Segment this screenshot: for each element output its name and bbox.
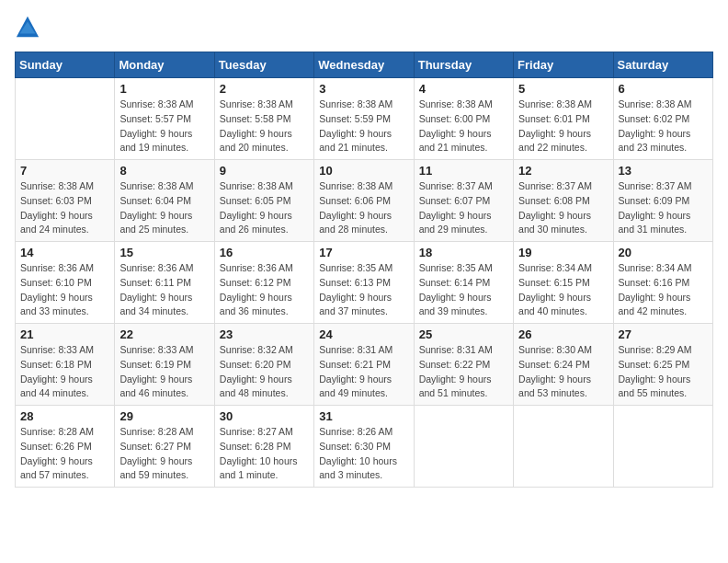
- day-number: 18: [419, 246, 508, 259]
- calendar-cell: 5Sunrise: 8:38 AM Sunset: 6:01 PM Daylig…: [514, 78, 613, 160]
- day-info: Sunrise: 8:36 AM Sunset: 6:11 PM Dayligh…: [119, 261, 209, 319]
- day-header-sunday: Sunday: [16, 52, 115, 78]
- calendar-table: SundayMondayTuesdayWednesdayThursdayFrid…: [15, 52, 713, 488]
- calendar-cell: 26Sunrise: 8:30 AM Sunset: 6:24 PM Dayli…: [514, 324, 613, 406]
- day-number: 13: [619, 164, 708, 178]
- day-info: Sunrise: 8:28 AM Sunset: 6:27 PM Dayligh…: [119, 425, 209, 483]
- day-number: 30: [220, 409, 309, 423]
- calendar-cell: [414, 406, 513, 488]
- calendar-cell: 3Sunrise: 8:38 AM Sunset: 5:59 PM Daylig…: [314, 78, 414, 160]
- day-number: 17: [319, 246, 408, 259]
- day-number: 28: [20, 409, 109, 423]
- day-number: 22: [119, 327, 209, 341]
- day-number: 5: [518, 82, 608, 96]
- day-number: 20: [619, 246, 708, 259]
- day-info: Sunrise: 8:38 AM Sunset: 6:01 PM Dayligh…: [518, 98, 608, 155]
- day-number: 3: [319, 82, 408, 96]
- calendar-cell: 4Sunrise: 8:38 AM Sunset: 6:00 PM Daylig…: [414, 78, 513, 160]
- calendar-cell: 12Sunrise: 8:37 AM Sunset: 6:08 PM Dayli…: [514, 160, 613, 242]
- calendar-cell: 28Sunrise: 8:28 AM Sunset: 6:26 PM Dayli…: [16, 406, 115, 488]
- day-info: Sunrise: 8:29 AM Sunset: 6:25 PM Dayligh…: [619, 343, 708, 401]
- day-number: 14: [20, 246, 109, 259]
- week-row-4: 21Sunrise: 8:33 AM Sunset: 6:18 PM Dayli…: [16, 324, 713, 406]
- day-header-monday: Monday: [115, 52, 214, 78]
- day-info: Sunrise: 8:34 AM Sunset: 6:15 PM Dayligh…: [518, 261, 608, 319]
- day-info: Sunrise: 8:35 AM Sunset: 6:14 PM Dayligh…: [419, 261, 508, 319]
- calendar-cell: 31Sunrise: 8:26 AM Sunset: 6:30 PM Dayli…: [314, 406, 414, 488]
- calendar-cell: 23Sunrise: 8:32 AM Sunset: 6:20 PM Dayli…: [214, 324, 313, 406]
- day-header-tuesday: Tuesday: [214, 52, 313, 78]
- calendar-cell: 10Sunrise: 8:38 AM Sunset: 6:06 PM Dayli…: [314, 160, 414, 242]
- day-number: 24: [319, 327, 408, 341]
- calendar-cell: 19Sunrise: 8:34 AM Sunset: 6:15 PM Dayli…: [514, 242, 613, 324]
- day-info: Sunrise: 8:38 AM Sunset: 6:02 PM Dayligh…: [619, 98, 708, 155]
- calendar-cell: 9Sunrise: 8:38 AM Sunset: 6:05 PM Daylig…: [214, 160, 313, 242]
- day-info: Sunrise: 8:36 AM Sunset: 6:10 PM Dayligh…: [20, 261, 109, 319]
- day-number: 29: [119, 409, 209, 423]
- day-info: Sunrise: 8:38 AM Sunset: 6:05 PM Dayligh…: [220, 179, 309, 237]
- day-number: 23: [220, 327, 309, 341]
- calendar-cell: 30Sunrise: 8:27 AM Sunset: 6:28 PM Dayli…: [214, 406, 313, 488]
- day-info: Sunrise: 8:30 AM Sunset: 6:24 PM Dayligh…: [518, 343, 608, 401]
- day-info: Sunrise: 8:32 AM Sunset: 6:20 PM Dayligh…: [220, 343, 309, 401]
- day-info: Sunrise: 8:38 AM Sunset: 6:06 PM Dayligh…: [319, 179, 408, 237]
- calendar-header-row: SundayMondayTuesdayWednesdayThursdayFrid…: [16, 52, 713, 78]
- day-info: Sunrise: 8:27 AM Sunset: 6:28 PM Dayligh…: [220, 425, 309, 483]
- day-info: Sunrise: 8:31 AM Sunset: 6:22 PM Dayligh…: [419, 343, 508, 401]
- calendar-cell: 21Sunrise: 8:33 AM Sunset: 6:18 PM Dayli…: [16, 324, 115, 406]
- day-info: Sunrise: 8:37 AM Sunset: 6:08 PM Dayligh…: [518, 179, 608, 237]
- calendar-cell: 24Sunrise: 8:31 AM Sunset: 6:21 PM Dayli…: [314, 324, 414, 406]
- calendar-cell: 15Sunrise: 8:36 AM Sunset: 6:11 PM Dayli…: [115, 242, 214, 324]
- calendar-cell: 6Sunrise: 8:38 AM Sunset: 6:02 PM Daylig…: [613, 78, 712, 160]
- day-info: Sunrise: 8:38 AM Sunset: 6:04 PM Dayligh…: [119, 179, 209, 237]
- day-info: Sunrise: 8:38 AM Sunset: 5:59 PM Dayligh…: [319, 98, 408, 155]
- day-number: 12: [518, 164, 608, 178]
- calendar-cell: 11Sunrise: 8:37 AM Sunset: 6:07 PM Dayli…: [414, 160, 513, 242]
- day-number: 9: [220, 164, 309, 178]
- day-number: 26: [518, 327, 608, 341]
- logo: [15, 15, 44, 40]
- day-number: 31: [319, 409, 408, 423]
- calendar-cell: 27Sunrise: 8:29 AM Sunset: 6:25 PM Dayli…: [613, 324, 712, 406]
- logo-icon: [15, 15, 40, 40]
- day-number: 2: [220, 82, 309, 96]
- calendar-cell: 1Sunrise: 8:38 AM Sunset: 5:57 PM Daylig…: [115, 78, 214, 160]
- day-number: 1: [119, 82, 209, 96]
- day-info: Sunrise: 8:37 AM Sunset: 6:09 PM Dayligh…: [619, 179, 708, 237]
- day-info: Sunrise: 8:38 AM Sunset: 6:00 PM Dayligh…: [419, 98, 508, 155]
- calendar-cell: [613, 406, 712, 488]
- week-row-3: 14Sunrise: 8:36 AM Sunset: 6:10 PM Dayli…: [16, 242, 713, 324]
- calendar-cell: 17Sunrise: 8:35 AM Sunset: 6:13 PM Dayli…: [314, 242, 414, 324]
- week-row-5: 28Sunrise: 8:28 AM Sunset: 6:26 PM Dayli…: [16, 406, 713, 488]
- day-info: Sunrise: 8:35 AM Sunset: 6:13 PM Dayligh…: [319, 261, 408, 319]
- day-number: 11: [419, 164, 508, 178]
- calendar-cell: 8Sunrise: 8:38 AM Sunset: 6:04 PM Daylig…: [115, 160, 214, 242]
- calendar-cell: 16Sunrise: 8:36 AM Sunset: 6:12 PM Dayli…: [214, 242, 313, 324]
- day-info: Sunrise: 8:28 AM Sunset: 6:26 PM Dayligh…: [20, 425, 109, 483]
- calendar-cell: 29Sunrise: 8:28 AM Sunset: 6:27 PM Dayli…: [115, 406, 214, 488]
- day-number: 10: [319, 164, 408, 178]
- calendar-cell: 7Sunrise: 8:38 AM Sunset: 6:03 PM Daylig…: [16, 160, 115, 242]
- calendar-cell: 13Sunrise: 8:37 AM Sunset: 6:09 PM Dayli…: [613, 160, 712, 242]
- day-info: Sunrise: 8:38 AM Sunset: 5:58 PM Dayligh…: [220, 98, 309, 155]
- day-info: Sunrise: 8:33 AM Sunset: 6:18 PM Dayligh…: [20, 343, 109, 401]
- day-header-saturday: Saturday: [613, 52, 712, 78]
- calendar-cell: 20Sunrise: 8:34 AM Sunset: 6:16 PM Dayli…: [613, 242, 712, 324]
- day-number: 8: [119, 164, 209, 178]
- day-number: 21: [20, 327, 109, 341]
- day-number: 16: [220, 246, 309, 259]
- week-row-2: 7Sunrise: 8:38 AM Sunset: 6:03 PM Daylig…: [16, 160, 713, 242]
- day-number: 7: [20, 164, 109, 178]
- calendar-cell: 18Sunrise: 8:35 AM Sunset: 6:14 PM Dayli…: [414, 242, 513, 324]
- day-number: 6: [619, 82, 708, 96]
- calendar-cell: 2Sunrise: 8:38 AM Sunset: 5:58 PM Daylig…: [214, 78, 313, 160]
- day-number: 4: [419, 82, 508, 96]
- day-number: 15: [119, 246, 209, 259]
- day-header-wednesday: Wednesday: [314, 52, 414, 78]
- day-number: 19: [518, 246, 608, 259]
- day-info: Sunrise: 8:38 AM Sunset: 6:03 PM Dayligh…: [20, 179, 109, 237]
- day-header-friday: Friday: [514, 52, 613, 78]
- day-number: 25: [419, 327, 508, 341]
- calendar-cell: 25Sunrise: 8:31 AM Sunset: 6:22 PM Dayli…: [414, 324, 513, 406]
- day-info: Sunrise: 8:38 AM Sunset: 5:57 PM Dayligh…: [119, 98, 209, 155]
